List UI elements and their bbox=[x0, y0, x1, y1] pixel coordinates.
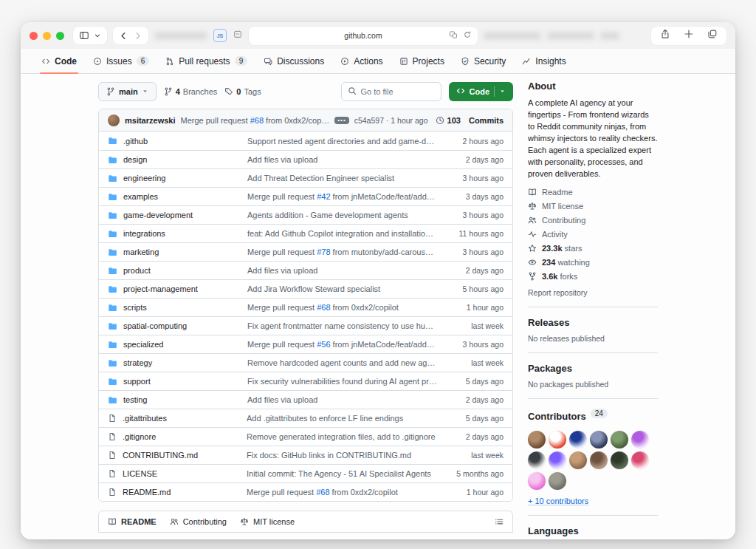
commit-message-link[interactable]: Add Threat Detection Engineer specialist bbox=[247, 174, 437, 183]
reload-icon[interactable] bbox=[463, 29, 472, 42]
contributor-avatar[interactable] bbox=[528, 451, 546, 469]
url-bar[interactable]: github.com bbox=[249, 27, 478, 45]
readme-bar-item-readme[interactable]: README bbox=[108, 517, 157, 526]
table-row[interactable]: project-managementAdd Jira Workflow Stew… bbox=[99, 279, 512, 298]
contributor-avatar[interactable] bbox=[549, 431, 566, 449]
pr-link[interactable]: #68 bbox=[317, 303, 330, 312]
file-name-link[interactable]: LICENSE bbox=[123, 469, 241, 478]
file-name-link[interactable]: .github bbox=[123, 137, 241, 146]
file-name-link[interactable]: testing bbox=[123, 395, 241, 404]
go-to-file-search[interactable] bbox=[341, 82, 441, 101]
sidebar-link-activity[interactable]: Activity bbox=[528, 230, 658, 239]
tabs-overview-icon[interactable] bbox=[707, 29, 718, 42]
table-row[interactable]: spatial-computingFix agent frontmatter n… bbox=[99, 316, 512, 335]
commit-message-link[interactable]: Initial commit: The Agency - 51 AI Speci… bbox=[247, 469, 437, 478]
contributor-avatar[interactable] bbox=[590, 451, 608, 469]
file-name-link[interactable]: scripts bbox=[123, 303, 241, 312]
pr-link[interactable]: #42 bbox=[317, 192, 330, 201]
list-unordered-icon[interactable] bbox=[495, 517, 504, 526]
table-row[interactable]: README.mdMerge pull request #68 from 0xd… bbox=[99, 482, 512, 501]
report-repository-link[interactable]: Report repository bbox=[528, 288, 658, 297]
contributor-avatar[interactable] bbox=[549, 451, 566, 469]
tab-pull-requests[interactable]: Pull requests9 bbox=[159, 49, 253, 73]
file-name-link[interactable]: engineering bbox=[123, 174, 241, 183]
chevron-down-icon[interactable] bbox=[94, 32, 101, 39]
tab-discussions[interactable]: Discussions bbox=[258, 49, 330, 73]
commit-sha-time[interactable]: c54a597 · 1 hour ago bbox=[354, 116, 428, 125]
commit-message-link[interactable]: Fix security vulnerabilities found durin… bbox=[247, 377, 437, 386]
table-row[interactable]: scriptsMerge pull request #68 from 0xdx2… bbox=[99, 298, 512, 316]
file-name-link[interactable]: .gitattributes bbox=[123, 414, 241, 423]
table-row[interactable]: specializedMerge pull request #56 from j… bbox=[99, 335, 512, 353]
commit-message-link[interactable]: Support nested agent directories and add… bbox=[247, 137, 437, 146]
commit-message-link[interactable]: Merge pull request #78 from mutonby/add-… bbox=[247, 248, 437, 256]
minimize-window-button[interactable] bbox=[43, 32, 51, 40]
file-name-link[interactable]: design bbox=[123, 155, 241, 164]
file-name-link[interactable]: marketing bbox=[123, 248, 241, 256]
contributor-avatar[interactable] bbox=[569, 431, 587, 449]
code-button[interactable]: Code bbox=[449, 82, 514, 101]
commit-message-link[interactable]: Add .gitattributes to enforce LF line en… bbox=[247, 414, 437, 423]
commit-message[interactable]: Merge pull request #68 from 0xdx2/copilo… bbox=[180, 116, 329, 125]
zoom-window-button[interactable] bbox=[56, 32, 64, 40]
contributor-avatar[interactable] bbox=[631, 451, 649, 469]
file-name-link[interactable]: project-management bbox=[123, 284, 241, 293]
new-tab-icon[interactable] bbox=[684, 29, 694, 42]
table-row[interactable]: strategyRemove hardcoded agent counts an… bbox=[99, 353, 512, 372]
file-name-link[interactable]: specialized bbox=[123, 340, 241, 349]
sidebar-icon[interactable] bbox=[79, 30, 89, 41]
table-row[interactable]: supportFix security vulnerabilities foun… bbox=[99, 372, 512, 390]
file-name-link[interactable]: integrations bbox=[123, 229, 241, 238]
table-row[interactable]: .gitattributesAdd .gitattributes to enfo… bbox=[99, 409, 512, 427]
avatar[interactable] bbox=[108, 115, 120, 126]
forward-icon[interactable] bbox=[133, 31, 142, 41]
close-window-button[interactable] bbox=[30, 32, 38, 40]
tab-code[interactable]: Code bbox=[35, 49, 83, 73]
tab-projects[interactable]: Projects bbox=[394, 49, 450, 73]
table-row[interactable]: designAdd files via upload2 days ago bbox=[99, 150, 512, 168]
commit-message-link[interactable]: Merge pull request #68 from 0xdx2/copilo… bbox=[247, 303, 437, 312]
table-row[interactable]: LICENSEInitial commit: The Agency - 51 A… bbox=[99, 464, 512, 482]
commit-message-link[interactable]: Add files via upload bbox=[247, 155, 437, 164]
translate-icon[interactable] bbox=[449, 29, 458, 42]
readme-bar-item-mit-license[interactable]: MIT license bbox=[240, 517, 295, 526]
tags-link[interactable]: 0 Tags bbox=[224, 87, 261, 96]
go-to-file-input[interactable] bbox=[361, 87, 435, 96]
table-row[interactable]: marketingMerge pull request #78 from mut… bbox=[99, 242, 512, 261]
sidebar-link-readme[interactable]: Readme bbox=[528, 188, 658, 197]
table-row[interactable]: testingAdd files via upload2 days ago bbox=[99, 390, 512, 409]
table-row[interactable]: .githubSupport nested agent directories … bbox=[99, 132, 512, 150]
sidebar-link-contributing[interactable]: Contributing bbox=[528, 216, 658, 225]
tab-insights[interactable]: Insights bbox=[516, 49, 571, 73]
file-name-link[interactable]: game-development bbox=[123, 211, 241, 219]
file-name-link[interactable]: support bbox=[123, 377, 241, 386]
contributor-avatar[interactable] bbox=[631, 431, 649, 449]
commit-message-link[interactable]: Merge pull request #68 from 0xdx2/copilo… bbox=[247, 488, 437, 497]
js-extension-icon[interactable]: JS bbox=[213, 29, 227, 42]
kebab-icon[interactable]: ••• bbox=[334, 117, 348, 124]
commit-message-link[interactable]: feat: Add Github Copilot integration and… bbox=[247, 229, 437, 238]
commit-message-link[interactable]: Merge pull request #56 from jnMetaCode/f… bbox=[247, 340, 437, 349]
tab-actions[interactable]: Actions bbox=[334, 49, 388, 73]
commit-author[interactable]: msitarzewski bbox=[125, 116, 175, 125]
table-row[interactable]: integrationsfeat: Add Github Copilot int… bbox=[99, 224, 512, 242]
table-row[interactable]: productAdd files via upload2 days ago bbox=[99, 261, 512, 279]
branch-selector[interactable]: main bbox=[98, 82, 157, 101]
table-row[interactable]: examplesMerge pull request #42 from jnMe… bbox=[99, 187, 512, 205]
sidebar-link-mit-license[interactable]: MIT license bbox=[528, 202, 658, 211]
sidebar-link-watching[interactable]: 234 watching bbox=[528, 258, 658, 267]
file-name-link[interactable]: CONTRIBUTING.md bbox=[123, 451, 241, 460]
commit-history-link[interactable]: 103 Commits bbox=[436, 116, 504, 125]
contributor-avatar[interactable] bbox=[528, 431, 546, 449]
commit-message-link[interactable]: Add files via upload bbox=[247, 395, 437, 404]
commit-message-link[interactable]: Add Jira Workflow Steward specialist bbox=[247, 284, 437, 293]
commit-message-link[interactable]: Agents addition - Game development agent… bbox=[247, 211, 437, 219]
commit-message-link[interactable]: Fix docs: GitHub links in CONTRIBUTING.m… bbox=[247, 451, 437, 460]
sidebar-link-forks[interactable]: 3.6k forks bbox=[528, 272, 658, 281]
contributor-avatar[interactable] bbox=[590, 431, 608, 449]
table-row[interactable]: game-developmentAgents addition - Game d… bbox=[99, 205, 512, 224]
file-name-link[interactable]: strategy bbox=[123, 358, 241, 367]
contributor-avatar[interactable] bbox=[611, 451, 628, 469]
share-icon[interactable] bbox=[660, 29, 670, 42]
pr-link[interactable]: #68 bbox=[316, 488, 329, 497]
